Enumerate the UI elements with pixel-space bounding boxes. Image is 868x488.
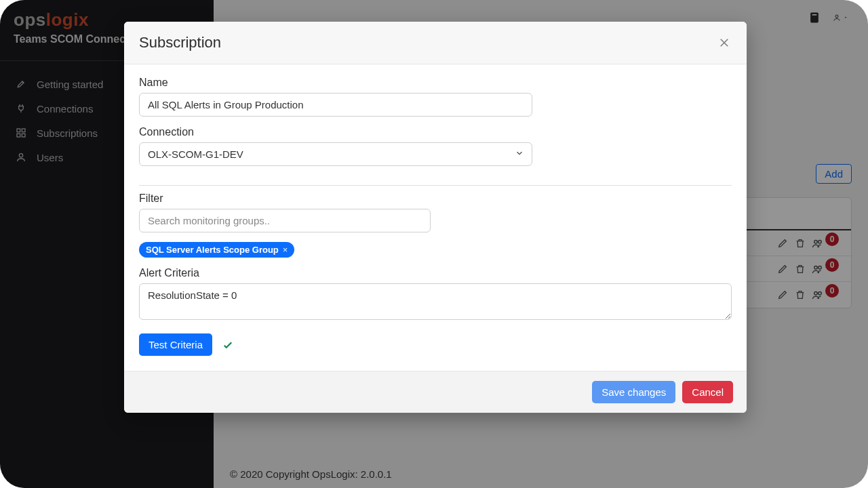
filter-pill[interactable]: SQL Server Alerts Scope Group × xyxy=(139,242,294,258)
subscription-modal: Subscription Name Connection OLX-SCOM-G1… xyxy=(124,22,747,413)
app-window: opslogix Teams SCOM Connector Getting st… xyxy=(0,0,868,488)
save-button[interactable]: Save changes xyxy=(592,381,675,403)
modal-title: Subscription xyxy=(139,34,221,52)
test-criteria-button[interactable]: Test Criteria xyxy=(139,333,212,356)
connection-select-wrap: OLX-SCOM-G1-DEV xyxy=(139,142,532,166)
modal-divider xyxy=(139,185,732,186)
name-input[interactable] xyxy=(139,93,532,117)
connection-label: Connection xyxy=(139,126,732,138)
filter-label: Filter xyxy=(139,192,732,205)
check-icon xyxy=(222,339,234,351)
pill-remove-icon[interactable]: × xyxy=(283,245,288,255)
modal-footer: Save changes Cancel xyxy=(124,371,747,413)
close-icon[interactable] xyxy=(717,35,732,50)
criteria-label: Alert Criteria xyxy=(139,267,732,279)
criteria-input[interactable] xyxy=(139,283,732,320)
test-row: Test Criteria xyxy=(139,333,732,356)
name-label: Name xyxy=(139,77,732,89)
connection-select[interactable]: OLX-SCOM-G1-DEV xyxy=(139,142,532,166)
modal-header: Subscription xyxy=(124,22,747,64)
cancel-button[interactable]: Cancel xyxy=(682,381,733,403)
modal-body: Name Connection OLX-SCOM-G1-DEV Filter S… xyxy=(124,64,747,371)
filter-pill-label: SQL Server Alerts Scope Group xyxy=(146,245,279,255)
filter-search-input[interactable] xyxy=(139,209,431,232)
